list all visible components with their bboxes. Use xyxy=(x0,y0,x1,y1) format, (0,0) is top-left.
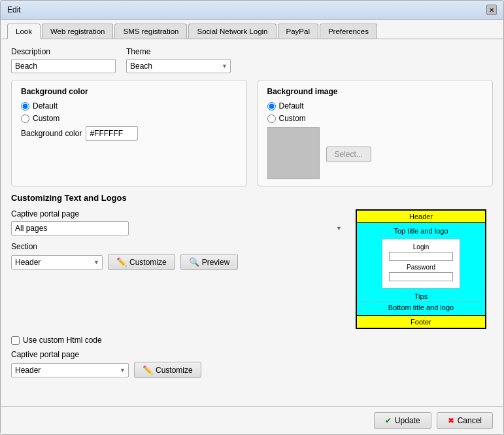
bgcolor-custom-label[interactable]: Custom xyxy=(33,114,59,123)
theme-select-wrapper: Beach Default Modern xyxy=(126,59,231,73)
update-button[interactable]: ✔ Update xyxy=(374,412,431,429)
tab-paypal[interactable]: PayPal xyxy=(278,24,318,39)
diagram-tips: Tips xyxy=(360,291,482,302)
description-field-group: Description xyxy=(11,47,116,73)
theme-label: Theme xyxy=(126,47,231,56)
bgimg-custom-radio[interactable] xyxy=(267,114,276,123)
cancel-button[interactable]: ✖ Cancel xyxy=(437,412,493,429)
tab-social-network-login[interactable]: Social Network Login xyxy=(188,24,276,39)
customizing-left: Captive portal page All pages Login page… xyxy=(11,209,345,329)
description-theme-row: Description Theme Beach Default Modern xyxy=(11,47,493,73)
bgimg-default-radio[interactable] xyxy=(267,102,276,111)
bgimg-custom-label[interactable]: Custom xyxy=(279,114,306,123)
portal-diagram-area: Header Top title and logo Login Password… xyxy=(356,209,493,329)
custom-customize-button[interactable]: ✏️ Customize xyxy=(134,362,201,378)
section-field: Section Header Footer Top title and logo… xyxy=(11,242,345,270)
description-input[interactable] xyxy=(11,59,116,73)
bgcolor-value-input[interactable] xyxy=(86,126,138,141)
section-label: Section xyxy=(11,242,345,251)
bgimg-custom-row: Custom xyxy=(267,114,484,123)
customize-icon: ✏️ xyxy=(116,257,127,267)
bgimg-preview-row: Select... xyxy=(267,127,484,179)
tab-bar: Look Web registration SMS registration S… xyxy=(1,20,503,39)
tab-preferences[interactable]: Preferences xyxy=(320,24,377,39)
edit-window: Edit ✕ Look Web registration SMS registr… xyxy=(0,0,504,435)
diagram-password-label: Password xyxy=(389,264,453,271)
bgcolor-custom-row: Custom xyxy=(21,114,237,123)
custom-captive-portal-row: Header Footer Login page ✏️ Customize xyxy=(11,362,493,378)
customizing-section: Customizing Text and Logos Captive porta… xyxy=(11,193,493,329)
section-row: Header Footer Top title and logo Bottom … xyxy=(11,254,345,270)
custom-captive-portal-label: Captive portal page xyxy=(11,350,493,359)
customize-button[interactable]: ✏️ Customize xyxy=(108,254,175,270)
close-button[interactable]: ✕ xyxy=(486,5,497,15)
diagram-login-input xyxy=(389,252,453,261)
tab-look[interactable]: Look xyxy=(7,24,41,39)
custom-captive-portal-select-wrapper: Header Footer Login page xyxy=(11,363,129,377)
captive-portal-field: Captive portal page All pages Login page… xyxy=(11,209,345,235)
diagram-body: Top title and logo Login Password Tips B… xyxy=(357,223,485,315)
background-color-title: Background color xyxy=(21,87,237,96)
section-select[interactable]: Header Footer Top title and logo Bottom … xyxy=(11,255,103,270)
preview-icon: 🔍 xyxy=(189,257,199,267)
tab-content: Description Theme Beach Default Modern B… xyxy=(1,39,503,406)
preview-button[interactable]: 🔍 Preview xyxy=(180,254,239,270)
custom-html-section: Use custom Html code Captive portal page… xyxy=(11,336,493,378)
tab-sms-registration[interactable]: SMS registration xyxy=(114,24,187,39)
portal-diagram: Header Top title and logo Login Password… xyxy=(356,209,486,329)
bgcolor-custom-radio[interactable] xyxy=(21,114,29,123)
captive-portal-label: Captive portal page xyxy=(11,209,345,218)
bgcolor-value-label: Background color xyxy=(21,129,82,138)
update-label: Update xyxy=(395,416,420,425)
diagram-footer: Footer xyxy=(357,315,485,328)
captive-portal-select[interactable]: All pages Login page Welcome page xyxy=(11,221,129,235)
bg-image-controls: Select... xyxy=(326,147,371,179)
bgimg-default-row: Default xyxy=(267,101,484,111)
bgimg-default-label[interactable]: Default xyxy=(279,101,304,111)
update-icon: ✔ xyxy=(385,416,392,425)
bgcolor-value-row: Background color xyxy=(21,126,237,141)
background-panels: Background color Default Custom Backgrou… xyxy=(11,80,493,193)
diagram-header: Header xyxy=(357,211,485,223)
custom-customize-icon: ✏️ xyxy=(143,365,153,375)
bottom-bar: ✔ Update ✖ Cancel xyxy=(1,406,503,434)
cancel-icon: ✖ xyxy=(448,416,454,425)
diagram-login-area: Login Password xyxy=(382,239,460,288)
window-title: Edit xyxy=(7,5,21,14)
diagram-top-title: Top title and logo xyxy=(360,226,482,236)
customizing-inner: Captive portal page All pages Login page… xyxy=(11,209,493,329)
tab-web-registration[interactable]: Web registration xyxy=(42,24,114,39)
diagram-password-input xyxy=(389,272,453,281)
diagram-bottom-title: Bottom title and logo xyxy=(360,302,482,313)
customizing-title: Customizing Text and Logos xyxy=(11,193,493,203)
captive-portal-select-wrapper: All pages Login page Welcome page xyxy=(11,221,345,235)
custom-html-checkbox[interactable] xyxy=(11,336,20,345)
theme-select[interactable]: Beach Default Modern xyxy=(126,59,231,73)
bgcolor-default-radio[interactable] xyxy=(21,102,29,111)
theme-field-group: Theme Beach Default Modern xyxy=(126,47,231,73)
background-image-section: Background image Default Custom Select..… xyxy=(258,80,494,186)
description-label: Description xyxy=(11,47,116,56)
custom-html-label[interactable]: Use custom Html code xyxy=(23,336,102,345)
bg-image-preview xyxy=(267,127,320,179)
select-image-button[interactable]: Select... xyxy=(326,147,371,162)
custom-captive-portal-select[interactable]: Header Footer Login page xyxy=(11,363,129,377)
section-select-wrapper: Header Footer Top title and logo Bottom … xyxy=(11,255,103,270)
custom-html-checkbox-row: Use custom Html code xyxy=(11,336,493,345)
diagram-login-label: Login xyxy=(389,243,453,251)
title-bar: Edit ✕ xyxy=(1,1,503,20)
cancel-label: Cancel xyxy=(458,416,482,425)
background-color-section: Background color Default Custom Backgrou… xyxy=(11,80,247,186)
custom-captive-portal-field: Captive portal page Header Footer Login … xyxy=(11,350,493,378)
bgcolor-default-label[interactable]: Default xyxy=(33,101,58,111)
background-image-title: Background image xyxy=(267,87,484,96)
bgcolor-default-row: Default xyxy=(21,101,237,111)
